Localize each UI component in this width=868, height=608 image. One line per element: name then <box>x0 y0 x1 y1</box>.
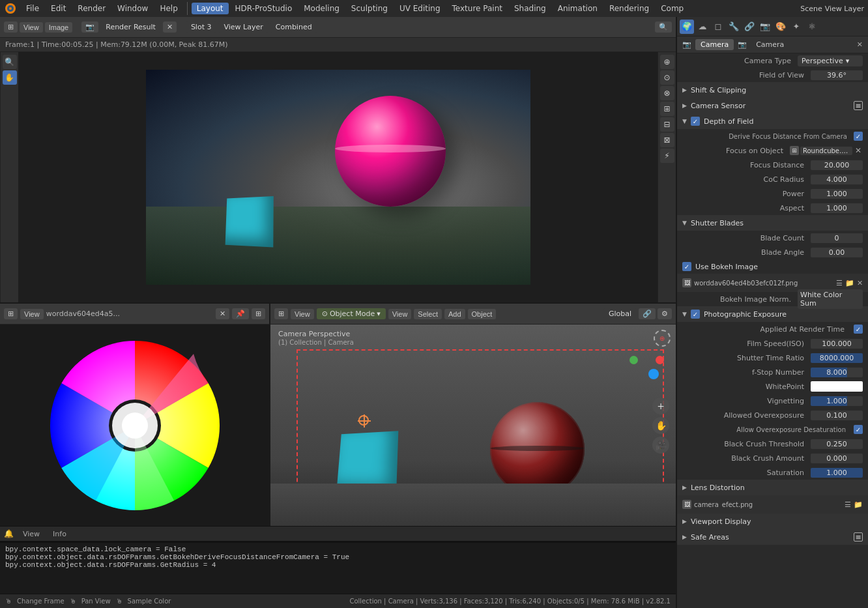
rp-tab-data[interactable]: 📷 <box>758 20 772 34</box>
tool-pan[interactable]: ✋ <box>3 70 17 85</box>
workspace-modeling[interactable]: Modeling <box>298 3 345 14</box>
rp-tab-material[interactable]: 🎨 <box>774 20 788 34</box>
workspace-comp[interactable]: Comp <box>656 3 689 14</box>
bokeh-file-btn2[interactable]: 📁 <box>845 279 854 287</box>
viewport-display-header[interactable]: ▶ Viewport Display <box>677 514 868 529</box>
vp3d-select-btn[interactable]: Select <box>414 309 442 319</box>
focus-obj-close[interactable]: ✕ <box>854 146 863 155</box>
rp-tab-scene[interactable]: 🌍 <box>680 20 694 34</box>
editor-type-btn[interactable]: ⊞ <box>4 22 18 33</box>
coc-radius-value[interactable]: 4.000 <box>811 175 863 184</box>
workspace-texture[interactable]: Texture Paint <box>447 3 508 14</box>
power-value[interactable]: 1.000 <box>811 189 863 199</box>
render-result-dropdown[interactable]: Render Result <box>100 22 161 33</box>
workspace-uv[interactable]: UV Editing <box>394 3 446 14</box>
cw-pin-btn[interactable]: 📌 <box>232 308 249 319</box>
saturation-value[interactable]: 1.000 <box>811 468 863 478</box>
allowed-overexp-value[interactable]: 0.100 <box>811 411 863 420</box>
whitepoint-swatch[interactable] <box>811 381 863 392</box>
vp3d-view2-btn[interactable]: View <box>388 309 412 319</box>
camera-type-dropdown[interactable]: Perspective ▾ <box>798 55 863 66</box>
use-bokeh-checkbox[interactable]: ✓ <box>682 262 691 271</box>
menu-render[interactable]: Render <box>72 3 111 14</box>
menu-file[interactable]: File <box>21 3 44 14</box>
camera-tab-2[interactable]: Camera <box>751 39 789 50</box>
film-speed-value[interactable]: 100.000 <box>811 339 863 349</box>
view-layer-dropdown[interactable]: View Layer <box>218 22 268 33</box>
focus-obj-icon[interactable]: ⊞ <box>790 146 799 155</box>
nav-orbit[interactable]: 🎥 <box>652 437 669 454</box>
dof-checkbox[interactable]: ✓ <box>691 117 700 126</box>
camera-tab-1[interactable]: Camera <box>695 39 734 50</box>
rp-tab-world[interactable]: ☁ <box>695 20 710 34</box>
pe-checkbox[interactable]: ✓ <box>691 310 700 319</box>
bokeh-norm-value[interactable]: White Color Sum <box>798 289 863 309</box>
cs-options-btn[interactable]: ≡ <box>854 101 863 110</box>
console-tab-view[interactable]: View <box>19 528 44 540</box>
blade-angle-value[interactable]: 0.00 <box>811 248 863 257</box>
menu-edit[interactable]: Edit <box>46 3 71 14</box>
camera-btn[interactable]: 📷 <box>81 22 98 33</box>
black-crush-amt-value[interactable]: 0.000 <box>811 454 863 463</box>
rp-tab-object[interactable]: ◻ <box>711 20 725 34</box>
tool-zoom-in[interactable]: 🔍 <box>3 55 17 69</box>
console-tab-info[interactable]: Info <box>49 528 70 540</box>
workspace-hdr[interactable]: HDR-ProStudio <box>230 3 298 14</box>
tool-r2[interactable]: ⊙ <box>660 70 674 85</box>
applied-render-checkbox[interactable]: ✓ <box>854 325 863 334</box>
bokeh-file-btn3[interactable]: ✕ <box>857 279 863 287</box>
bokeh-file-btn1[interactable]: ☰ <box>836 279 843 287</box>
workspace-layout[interactable]: Layout <box>192 3 229 14</box>
vp3d-type-btn[interactable]: ⊞ <box>274 308 288 319</box>
allow-overexp-desat-checkbox[interactable]: ✓ <box>854 425 863 434</box>
rp-tab-constraint[interactable]: 🔗 <box>742 20 757 34</box>
cw-type-btn[interactable]: ⊞ <box>4 308 18 319</box>
fstop-value[interactable]: 8.000 <box>811 368 863 377</box>
workspace-animation[interactable]: Animation <box>553 3 603 14</box>
safe-areas-header[interactable]: ▶ Safe Areas ≡ <box>677 529 868 545</box>
derive-focus-checkbox[interactable]: ✓ <box>854 132 863 141</box>
tool-r1[interactable]: ⊕ <box>660 55 674 69</box>
display-dropdown[interactable]: Combined <box>270 22 317 33</box>
cw-close-btn[interactable]: ✕ <box>216 308 229 319</box>
vp3d-object-btn[interactable]: Object <box>468 309 497 319</box>
tool-r6[interactable]: ⊠ <box>660 133 674 147</box>
lens-distortion-header[interactable]: ▶ Lens Distortion <box>677 480 868 495</box>
workspace-shading[interactable]: Shading <box>509 3 551 14</box>
menu-window[interactable]: Window <box>112 3 153 14</box>
fov-value[interactable]: 39.6° <box>811 70 863 80</box>
vp3d-link-btn[interactable]: 🔗 <box>639 308 656 319</box>
rp-close-btn[interactable]: ✕ <box>857 40 863 49</box>
image-menu-btn[interactable]: Image <box>45 22 73 33</box>
shutter-blades-header[interactable]: ▼ Shutter Blades <box>677 215 868 231</box>
nav-pan[interactable]: ✋ <box>652 417 669 434</box>
rp-tab-physics[interactable]: ⚛ <box>805 20 819 34</box>
vp3d-settings-btn[interactable]: ⚙ <box>658 308 672 319</box>
focus-object-value[interactable]: Roundcube.002... <box>800 147 852 155</box>
rp-tab-modifier[interactable]: 🔧 <box>727 20 741 34</box>
black-crush-thresh-value[interactable]: 0.250 <box>811 439 863 449</box>
camera-sensor-header[interactable]: ▶ Camera Sensor ≡ <box>677 98 868 113</box>
cw-fullscreen-btn[interactable]: ⊞ <box>252 308 265 319</box>
rp-tab-particle[interactable]: ✦ <box>789 20 803 34</box>
img-close-btn[interactable]: ✕ <box>163 22 177 33</box>
workspace-sculpting[interactable]: Sculpting <box>346 3 393 14</box>
blade-count-value[interactable]: 0 <box>811 233 863 243</box>
tool-r3[interactable]: ⊗ <box>660 86 674 100</box>
vignetting-value[interactable]: 1.000 <box>811 396 863 406</box>
workspace-rendering[interactable]: Rendering <box>604 3 654 14</box>
menu-help[interactable]: Help <box>154 3 182 14</box>
cam-effect-btn2[interactable]: 📁 <box>854 500 863 509</box>
viewport-3d-content[interactable]: Camera Perspective (1) Collection | Came… <box>270 325 676 526</box>
vp3d-view-btn[interactable]: View <box>291 309 314 319</box>
tool-r4[interactable]: ⊞ <box>660 102 674 116</box>
aspect-value[interactable]: 1.000 <box>811 203 863 213</box>
focus-distance-value[interactable]: 20.000 <box>811 160 863 170</box>
slot-dropdown[interactable]: Slot 3 <box>186 22 217 33</box>
cam-effect-btn1[interactable]: ☰ <box>845 500 851 509</box>
shift-clipping-header[interactable]: ▶ Shift & Clipping <box>677 82 868 98</box>
object-mode-btn[interactable]: ⊙ Object Mode ▾ <box>317 308 386 319</box>
transform-dropdown[interactable]: Global <box>603 308 637 319</box>
sa-options-btn[interactable]: ≡ <box>854 532 863 542</box>
vp3d-add-btn[interactable]: Add <box>444 309 465 319</box>
